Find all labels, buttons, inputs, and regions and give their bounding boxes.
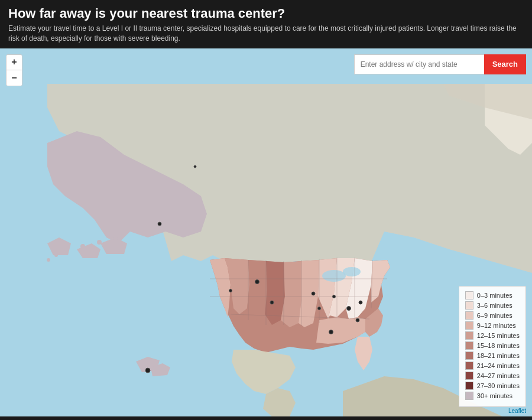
travel-time-legend: 0–3 minutes3–6 minutes6–9 minutes9–12 mi… [459, 286, 526, 407]
map-attribution[interactable]: Leaflet [508, 408, 526, 414]
svg-point-14 [63, 247, 67, 252]
trauma-center-dot [312, 291, 316, 295]
legend-color-swatch [465, 321, 473, 330]
legend-label: 21–24 minutes [477, 362, 520, 369]
search-bar: Search [354, 54, 526, 74]
legend-item: 9–12 minutes [465, 321, 520, 330]
legend-color-swatch [465, 301, 473, 310]
trauma-center-dot [194, 165, 197, 168]
trauma-center-dot [356, 318, 360, 322]
trauma-center-dot [270, 300, 274, 304]
legend-item: 3–6 minutes [465, 301, 520, 310]
zoom-in-button[interactable]: + [7, 55, 22, 70]
page-header: How far away is your nearest trauma cent… [0, 0, 532, 48]
legend-item: 0–3 minutes [465, 291, 520, 299]
page-subtitle: Estimate your travel time to a Level I o… [8, 24, 524, 44]
svg-point-17 [80, 244, 85, 249]
legend-label: 3–6 minutes [477, 302, 512, 309]
legend-color-swatch [465, 392, 473, 400]
legend-color-swatch [465, 362, 473, 370]
legend-items-container: 0–3 minutes3–6 minutes6–9 minutes9–12 mi… [465, 291, 520, 400]
legend-item: 21–24 minutes [465, 362, 520, 370]
legend-item: 27–30 minutes [465, 382, 520, 390]
svg-point-15 [54, 253, 58, 257]
legend-item: 30+ minutes [465, 392, 520, 400]
legend-label: 18–21 minutes [477, 352, 520, 359]
svg-point-16 [47, 258, 50, 262]
svg-point-1 [322, 270, 346, 282]
legend-item: 18–21 minutes [465, 351, 520, 360]
address-search-input[interactable] [354, 54, 484, 74]
trauma-center-dot [317, 307, 321, 310]
legend-label: 24–27 minutes [477, 372, 520, 379]
trauma-center-dot [255, 279, 259, 284]
trauma-center-dot [332, 295, 336, 298]
search-button[interactable]: Search [484, 54, 526, 74]
legend-color-swatch [465, 341, 473, 350]
legend-label: 0–3 minutes [477, 292, 512, 299]
legend-item: 15–18 minutes [465, 341, 520, 350]
map-background [0, 48, 532, 416]
trauma-center-dot [346, 306, 351, 311]
page-title: How far away is your nearest trauma cent… [8, 6, 524, 21]
legend-label: 15–18 minutes [477, 342, 520, 349]
legend-label: 12–15 minutes [477, 332, 520, 339]
trauma-center-dot [158, 222, 162, 226]
legend-item: 6–9 minutes [465, 311, 520, 320]
legend-color-swatch [465, 331, 473, 340]
map-container: + − Search 0–3 minutes3–6 minutes6–9 min… [0, 48, 532, 416]
trauma-center-dot [145, 367, 151, 373]
svg-point-19 [113, 236, 118, 241]
svg-point-18 [97, 240, 102, 245]
trauma-center-dot [359, 300, 363, 304]
legend-color-swatch [465, 291, 473, 299]
legend-label: 30+ minutes [477, 392, 512, 399]
trauma-center-dot [229, 289, 232, 292]
zoom-out-button[interactable]: − [7, 70, 22, 86]
legend-color-swatch [465, 311, 473, 320]
legend-color-swatch [465, 382, 473, 390]
legend-color-swatch [465, 372, 473, 380]
legend-label: 27–30 minutes [477, 382, 520, 389]
legend-item: 24–27 minutes [465, 372, 520, 380]
legend-label: 9–12 minutes [477, 322, 516, 329]
svg-point-2 [343, 267, 361, 276]
zoom-controls: + − [6, 54, 22, 86]
legend-item: 12–15 minutes [465, 331, 520, 340]
legend-label: 6–9 minutes [477, 312, 512, 319]
trauma-center-dot [329, 330, 333, 334]
legend-color-swatch [465, 351, 473, 360]
